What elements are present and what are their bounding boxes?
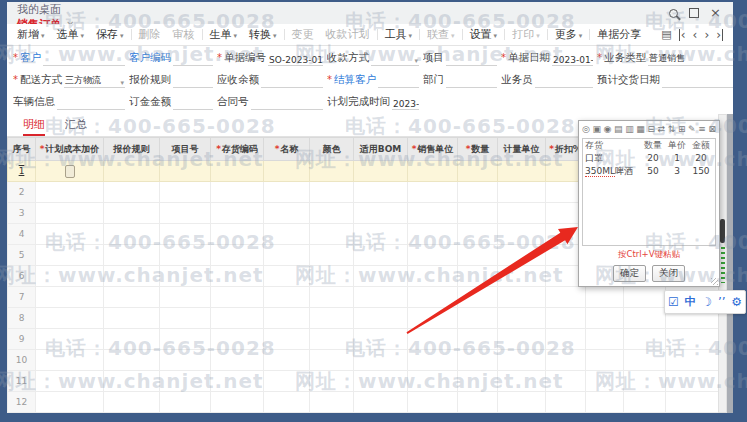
row-number-cell[interactable]: 12 <box>8 392 36 413</box>
grid-cell[interactable] <box>666 329 719 350</box>
grid-cell[interactable] <box>160 329 211 350</box>
grid-cell[interactable] <box>458 224 498 245</box>
row-number-cell[interactable]: 10 <box>8 350 36 371</box>
chinese-input-icon[interactable]: 中 <box>684 295 695 309</box>
field-contract-number-input[interactable] <box>251 95 324 110</box>
field-expected-delivery-date-input[interactable] <box>662 73 733 88</box>
grid-cell[interactable] <box>498 224 546 245</box>
grid-cell[interactable] <box>36 182 104 203</box>
grid-cell[interactable] <box>310 245 354 266</box>
row-number-cell[interactable]: 8 <box>8 308 36 329</box>
maximize-icon[interactable] <box>689 8 699 18</box>
grid-cell[interactable] <box>36 329 104 350</box>
grid-cell[interactable] <box>264 308 310 329</box>
grid-cell[interactable] <box>104 161 160 182</box>
grid-cell[interactable] <box>408 371 458 392</box>
grid-cell[interactable] <box>211 161 264 182</box>
grid-cell[interactable] <box>310 329 354 350</box>
grid-cell[interactable] <box>36 350 104 371</box>
grid-cell[interactable] <box>624 371 666 392</box>
grid-cell[interactable] <box>498 371 546 392</box>
grid-cell[interactable] <box>666 350 719 371</box>
duplicate-icon[interactable]: ▦ <box>636 124 645 134</box>
grid-cell[interactable] <box>458 161 498 182</box>
list-icon[interactable]: ≡ <box>698 124 706 134</box>
table-row[interactable]: 8 <box>8 308 719 329</box>
table-row[interactable]: 11 <box>8 371 719 392</box>
grid-cell[interactable] <box>586 371 624 392</box>
field-payment-method-input[interactable]: ▾ <box>371 51 419 66</box>
grid-cell[interactable] <box>408 245 458 266</box>
grid-cell[interactable] <box>310 182 354 203</box>
table-row[interactable]: 10 <box>8 350 719 371</box>
grid-cell[interactable] <box>310 350 354 371</box>
toolbar-tools-button[interactable]: 工具▾ <box>379 27 419 42</box>
grid-cell[interactable] <box>310 203 354 224</box>
grid-cell[interactable] <box>354 287 408 308</box>
grid-cell[interactable] <box>624 350 666 371</box>
scan-icon[interactable]: ▣ <box>592 124 601 134</box>
grid-cell[interactable] <box>211 350 264 371</box>
row-number-cell[interactable]: 11 <box>8 371 36 392</box>
row-number-cell[interactable]: 9 <box>8 329 36 350</box>
grid-cell[interactable] <box>36 161 104 182</box>
grid-cell[interactable] <box>264 224 310 245</box>
grid-cell[interactable] <box>211 308 264 329</box>
grid-cell[interactable] <box>354 308 408 329</box>
grid-cell[interactable] <box>624 308 666 329</box>
grid-cell[interactable] <box>160 287 211 308</box>
clipboard-icon[interactable] <box>65 165 75 178</box>
toolbar-save-button[interactable]: 保存▾ <box>90 27 130 42</box>
toolbar-new-button[interactable]: 新增▾ <box>11 27 51 42</box>
field-settle-customer-input[interactable] <box>378 73 419 88</box>
grid-cell[interactable] <box>498 287 546 308</box>
grid-cell[interactable] <box>310 392 354 413</box>
grid-cell[interactable] <box>354 392 408 413</box>
grid-cell[interactable] <box>408 182 458 203</box>
table-row[interactable]: 7 <box>8 287 719 308</box>
grid-cell[interactable] <box>498 161 546 182</box>
grid-cell[interactable] <box>354 350 408 371</box>
grid-cell[interactable] <box>36 308 104 329</box>
grid-cell[interactable] <box>458 329 498 350</box>
row-number-cell[interactable]: 4 <box>8 224 36 245</box>
grid-cell[interactable] <box>586 350 624 371</box>
field-settle-customer-label[interactable]: 结算客户 <box>334 73 376 87</box>
grid-cell[interactable] <box>408 224 458 245</box>
grid-cell[interactable] <box>408 161 458 182</box>
night-mode-icon[interactable]: ☽ <box>701 295 712 309</box>
grid-cell[interactable] <box>160 371 211 392</box>
grid-cell[interactable] <box>546 287 586 308</box>
copy-icon[interactable]: ▤ <box>614 124 623 134</box>
grid-cell[interactable] <box>458 266 498 287</box>
scrollbar-thumb[interactable] <box>720 219 725 243</box>
grid-cell[interactable] <box>546 350 586 371</box>
edit-icon[interactable]: ✎ <box>688 124 696 134</box>
grid-cell[interactable] <box>211 371 264 392</box>
grid-cell[interactable] <box>408 392 458 413</box>
next-record-icon[interactable]: › <box>704 29 709 41</box>
field-doc-number-input[interactable]: SO-2023-01-00-0... <box>268 51 323 66</box>
grid-cell[interactable] <box>160 266 211 287</box>
grid-cell[interactable] <box>310 161 354 182</box>
field-planned-finish-time-input[interactable]: 2023-01-13 1... <box>392 95 419 110</box>
grid-cell[interactable] <box>104 182 160 203</box>
grid-cell[interactable] <box>104 371 160 392</box>
grid-cell[interactable] <box>354 161 408 182</box>
toolbar-convert-button[interactable]: 转换▾ <box>243 27 283 42</box>
grid-cell[interactable] <box>586 329 624 350</box>
grid-cell[interactable] <box>264 182 310 203</box>
field-deposit-amount-input[interactable] <box>173 95 213 110</box>
insert-icon[interactable]: ⊞ <box>678 124 686 134</box>
grid-cell[interactable] <box>264 392 310 413</box>
ime-settings-icon[interactable]: ⚙ <box>731 295 742 309</box>
row-number-cell[interactable]: 1 <box>8 161 36 182</box>
grid-cell[interactable] <box>36 287 104 308</box>
sort-icon[interactable]: ⇅ <box>668 124 676 134</box>
row-number-cell[interactable]: 7 <box>8 287 36 308</box>
row-number-cell[interactable]: 3 <box>8 203 36 224</box>
grid-cell[interactable] <box>624 392 666 413</box>
handwriting-icon[interactable]: ☑ <box>668 295 679 309</box>
grid-cell[interactable] <box>408 287 458 308</box>
grid-cell[interactable] <box>160 182 211 203</box>
